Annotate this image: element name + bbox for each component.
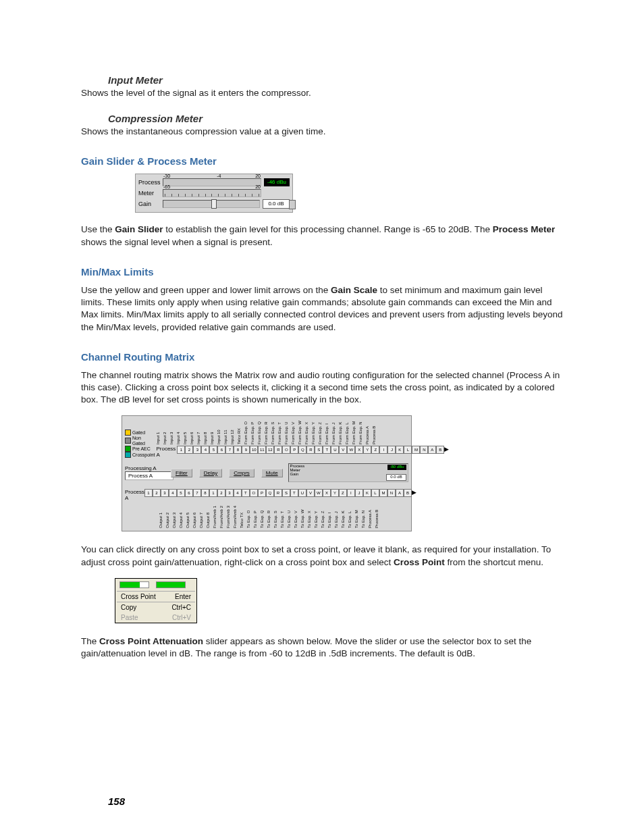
matrix-crosspoint-cell[interactable]: 9 xyxy=(242,446,250,454)
matrix-crosspoint-cell[interactable]: X xyxy=(355,446,363,454)
scroll-right-icon[interactable]: ▶ xyxy=(444,446,449,452)
scroll-right-icon[interactable]: ▶ xyxy=(412,489,417,496)
matrix-crosspoint-cell[interactable]: Q xyxy=(266,489,274,497)
menu-item-copy[interactable]: CopyCtrl+C xyxy=(115,602,196,613)
matrix-crosspoint-cell[interactable]: K xyxy=(363,489,371,497)
matrix-crosspoint-cell[interactable]: 6 xyxy=(185,489,193,497)
gain-slider-track[interactable] xyxy=(163,200,260,208)
matrix-crosspoint-cell[interactable]: 5 xyxy=(209,446,217,454)
processing-channel-box: Process A xyxy=(125,471,173,480)
matrix-crosspoint-cell[interactable]: 4 xyxy=(201,446,209,454)
matrix-crosspoint-cell[interactable]: O xyxy=(282,446,290,454)
matrix-crosspoint-cell[interactable]: Z xyxy=(339,489,347,497)
matrix-col-label: From Exp. Z xyxy=(318,419,325,444)
paragraph: The channel routing matrix shows the Mat… xyxy=(81,369,563,407)
matrix-crosspoint-cell[interactable]: P xyxy=(290,446,298,454)
matrix-crosspoint-cell[interactable]: A xyxy=(428,446,436,454)
matrix-crosspoint-cell[interactable]: 8 xyxy=(234,446,242,454)
mini-spinbox[interactable]: 0.0 dB xyxy=(386,474,406,481)
matrix-crosspoint-cell[interactable]: B xyxy=(404,489,412,497)
matrix-crosspoint-cell[interactable]: 3 xyxy=(193,446,201,454)
matrix-crosspoint-cell[interactable]: 10 xyxy=(250,446,258,454)
matrix-crosspoint-cell[interactable]: R xyxy=(274,446,282,454)
matrix-crosspoint-cell[interactable]: 2 xyxy=(217,489,225,497)
matrix-crosspoint-cell[interactable]: O xyxy=(250,489,258,497)
matrix-crosspoint-cell[interactable]: Y xyxy=(363,446,371,454)
matrix-crosspoint-cell[interactable]: 8 xyxy=(201,489,209,497)
matrix-crosspoint-cell[interactable]: N xyxy=(420,446,428,454)
filter-button[interactable]: Filter xyxy=(171,469,192,477)
matrix-crosspoint-cell[interactable]: 7 xyxy=(225,446,234,454)
matrix-crosspoint-cell[interactable]: J xyxy=(387,446,396,454)
matrix-crosspoint-cell[interactable]: 1 xyxy=(144,489,153,497)
matrix-crosspoint-cell[interactable]: I xyxy=(379,446,387,454)
matrix-crosspoint-cell[interactable]: K xyxy=(396,446,404,454)
matrix-crosspoint-cell[interactable]: 3 xyxy=(225,489,234,497)
matrix-crosspoint-cell[interactable]: 1 xyxy=(209,489,217,497)
delay-button[interactable]: Delay xyxy=(199,469,222,477)
matrix-crosspoint-cell[interactable]: Q xyxy=(298,446,306,454)
matrix-crosspoint-cell[interactable]: W xyxy=(347,446,355,454)
matrix-crosspoint-cell[interactable]: Y xyxy=(331,489,339,497)
matrix-crosspoint-cell[interactable]: A xyxy=(396,489,404,497)
compress-button[interactable]: Cmprs xyxy=(229,469,254,477)
matrix-col-label: From Exp. J xyxy=(331,419,338,444)
matrix-crosspoint-cell[interactable]: 3 xyxy=(161,489,169,497)
figure-context-menu: Cross PointEnter CopyCtrl+C PasteCtrl+V xyxy=(115,578,197,623)
matrix-crosspoint-cell[interactable]: R xyxy=(274,489,282,497)
matrix-crosspoint-cell[interactable]: V xyxy=(339,446,347,454)
matrix-crosspoint-cell[interactable]: J xyxy=(355,489,363,497)
matrix-col-label: From Exp. M xyxy=(352,419,358,444)
matrix-col-label: Process A xyxy=(368,502,375,528)
matrix-crosspoint-cell[interactable]: 2 xyxy=(185,446,193,454)
matrix-crosspoint-cell[interactable]: W xyxy=(315,489,323,497)
matrix-crosspoint-cell[interactable]: T xyxy=(290,489,298,497)
matrix-crosspoint-cell[interactable]: X xyxy=(323,489,331,497)
matrix-crosspoint-cell[interactable]: S xyxy=(315,446,323,454)
matrix-crosspoint-cell[interactable]: 4 xyxy=(234,489,242,497)
matrix-crosspoint-cell[interactable]: 2 xyxy=(153,489,161,497)
matrix-crosspoint-cell[interactable]: 5 xyxy=(177,489,185,497)
gain-slider-thumb[interactable] xyxy=(211,199,217,209)
matrix-col-label: Output 3 xyxy=(172,502,179,528)
matrix-crosspoint-cell[interactable]: Z xyxy=(371,446,379,454)
paragraph: Shows the level of the signal as it ente… xyxy=(81,87,563,99)
matrix-col-label: Input 5 xyxy=(183,419,190,444)
figure-gain-slider: Process -30 -4 20 -46 dBu Meter -65 20 G… xyxy=(135,174,293,213)
matrix-crosspoint-cell[interactable]: 7 xyxy=(193,489,201,497)
matrix-crosspoint-cell[interactable]: V xyxy=(306,489,315,497)
matrix-crosspoint-cell[interactable]: P xyxy=(258,489,266,497)
matrix-crosspoint-cell[interactable]: N xyxy=(387,489,396,497)
matrix-crosspoint-cell[interactable]: T xyxy=(323,446,331,454)
matrix-crosspoint-cell[interactable]: L xyxy=(371,489,379,497)
heading-input-meter: Input Meter xyxy=(108,74,563,86)
figure-routing-matrix: Gated Non Gated Pre AEC Crosspoint Input… xyxy=(122,415,412,531)
matrix-crosspoint-cell[interactable]: 11 xyxy=(258,446,266,454)
matrix-crosspoint-cell[interactable]: U xyxy=(298,489,306,497)
matrix-bot-cells: 123456781234TOPQRSTUVWXYZIJKLMNAB xyxy=(144,489,412,497)
matrix-crosspoint-cell[interactable]: 12 xyxy=(266,446,274,454)
tick-label: -4 xyxy=(217,174,221,178)
matrix-crosspoint-cell[interactable]: U xyxy=(331,446,339,454)
matrix-crosspoint-cell[interactable]: 6 xyxy=(217,446,225,454)
gain-spinbox[interactable]: 0.0 dB xyxy=(263,199,290,209)
matrix-crosspoint-cell[interactable]: S xyxy=(282,489,290,497)
paragraph: You can click directly on any cross poin… xyxy=(81,544,563,568)
matrix-crosspoint-cell[interactable]: R xyxy=(306,446,315,454)
matrix-crosspoint-cell[interactable]: I xyxy=(347,489,355,497)
matrix-crosspoint-cell[interactable]: 1 xyxy=(177,446,185,454)
matrix-col-label: Input 3 xyxy=(169,419,176,444)
matrix-crosspoint-cell[interactable]: M xyxy=(379,489,387,497)
matrix-col-label: To Exp. K xyxy=(341,502,348,528)
menu-item-crosspoint[interactable]: Cross PointEnter xyxy=(115,592,196,602)
page-number: 158 xyxy=(108,796,125,807)
mute-button[interactable]: Mute xyxy=(261,469,283,477)
matrix-crosspoint-cell[interactable]: B xyxy=(436,446,444,454)
matrix-crosspoint-cell[interactable]: M xyxy=(412,446,420,454)
matrix-crosspoint-cell[interactable]: L xyxy=(404,446,412,454)
swatch-crosspoint xyxy=(125,452,131,458)
matrix-col-label: From Exp. U xyxy=(284,419,291,444)
matrix-crosspoint-cell[interactable]: T xyxy=(242,489,250,497)
matrix-crosspoint-cell[interactable]: 4 xyxy=(169,489,177,497)
paragraph: Shows the instantaneous compression valu… xyxy=(81,126,563,138)
